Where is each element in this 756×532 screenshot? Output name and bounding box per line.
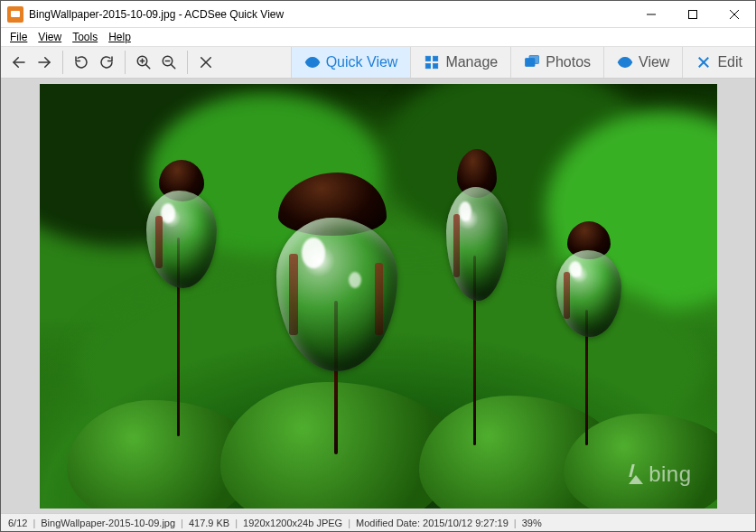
window-controls (630, 1, 755, 27)
mode-tabs: Quick View Manage Photos View Edit (291, 47, 755, 78)
menubar: File View Tools Help (1, 28, 755, 46)
eye-icon (304, 54, 321, 70)
app-window: BingWallpaper-2015-10-09.jpg - ACDSee Qu… (0, 0, 756, 532)
svg-line-11 (171, 64, 175, 69)
tab-label: Manage (445, 54, 498, 70)
image-watermark: bing (627, 462, 691, 487)
status-position: 6/12 (5, 518, 31, 528)
statusbar: 6/12 | BingWallpaper-2015-10-09.jpg | 41… (1, 513, 755, 531)
x-icon (198, 54, 214, 70)
rotate-ccw-button[interactable] (69, 50, 94, 75)
rotate-cw-icon (98, 54, 115, 70)
status-modified: Modified Date: 2015/10/12 9:27:19 (352, 518, 512, 528)
menu-help[interactable]: Help (103, 30, 136, 44)
titlebar: BingWallpaper-2015-10-09.jpg - ACDSee Qu… (1, 1, 755, 28)
status-dimensions: 1920x1200x24b JPEG (239, 518, 346, 528)
svg-rect-16 (426, 56, 431, 61)
zoom-in-button[interactable] (131, 50, 156, 75)
grid-icon (424, 54, 440, 70)
svg-rect-18 (426, 64, 431, 69)
close-icon (730, 10, 739, 19)
crop-icon (695, 54, 712, 70)
tab-edit[interactable]: Edit (682, 47, 755, 78)
status-zoom: 39% (518, 518, 546, 528)
menu-tools[interactable]: Tools (67, 30, 103, 44)
menu-view[interactable]: View (33, 30, 67, 44)
rotate-ccw-icon (73, 54, 89, 70)
maximize-icon (688, 10, 697, 19)
status-filesize: 417.9 KB (185, 518, 233, 528)
app-icon (7, 6, 23, 23)
window-title: BingWallpaper-2015-10-09.jpg - ACDSee Qu… (29, 8, 630, 21)
zoom-out-icon (161, 54, 177, 70)
image-viewport[interactable]: bing (1, 79, 755, 513)
tab-manage[interactable]: Manage (410, 47, 510, 78)
minimize-button[interactable] (630, 1, 672, 27)
svg-rect-19 (434, 64, 438, 69)
close-button[interactable] (714, 1, 755, 27)
svg-point-15 (310, 61, 314, 65)
svg-point-22 (623, 61, 628, 65)
tab-label: Quick View (326, 54, 398, 70)
maximize-button[interactable] (672, 1, 714, 27)
toolbar: Quick View Manage Photos View Edit (1, 46, 755, 79)
minimize-icon (647, 10, 656, 19)
zoom-out-button[interactable] (156, 50, 182, 75)
svg-line-7 (145, 64, 150, 69)
zoom-in-icon (135, 54, 152, 70)
tab-label: Photos (546, 54, 591, 70)
arrow-left-icon (11, 54, 27, 70)
next-button[interactable] (32, 50, 57, 75)
tab-label: View (639, 54, 669, 70)
svg-rect-17 (434, 56, 438, 61)
tab-label: Edit (717, 54, 742, 70)
rotate-cw-button[interactable] (94, 50, 119, 75)
watermark-text: bing (649, 462, 691, 487)
tab-view[interactable]: View (603, 47, 682, 78)
tab-quick-view[interactable]: Quick View (291, 47, 411, 78)
svg-rect-21 (529, 56, 539, 64)
delete-button[interactable] (193, 50, 219, 75)
prev-button[interactable] (6, 50, 32, 75)
arrow-right-icon (36, 54, 52, 70)
eye-icon (617, 54, 633, 70)
bing-logo-icon (627, 464, 643, 484)
svg-rect-1 (689, 10, 697, 18)
menu-file[interactable]: File (5, 30, 33, 44)
displayed-image: bing (40, 84, 717, 509)
photos-icon (524, 54, 540, 70)
tab-photos[interactable]: Photos (510, 47, 603, 78)
status-filename: BingWallpaper-2015-10-09.jpg (37, 518, 179, 528)
